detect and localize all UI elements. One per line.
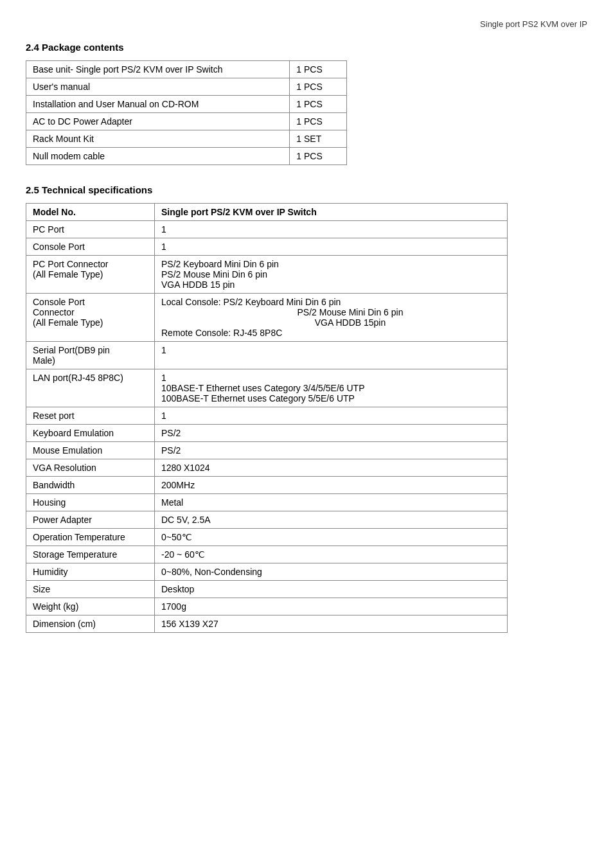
specs-value: PS/2 [155, 425, 508, 442]
package-item-qty: 1 PCS [290, 113, 347, 130]
specs-value: Desktop [155, 581, 508, 598]
package-item-qty: 1 PCS [290, 148, 347, 165]
package-section-title: 2.4 Package contents [26, 42, 587, 53]
package-item-name: User's manual [26, 78, 290, 96]
specs-value: Metal [155, 494, 508, 511]
specs-label: Serial Port(DB9 pin Male) [26, 342, 155, 369]
specs-data-row: SizeDesktop [26, 581, 508, 598]
specs-data-row: Bandwidth200MHz [26, 477, 508, 494]
specs-data-row: Humidity0~80%, Non-Condensing [26, 563, 508, 581]
specs-data-row: PC Port1 [26, 221, 508, 238]
specs-label: Console Port Connector (All Female Type) [26, 294, 155, 342]
specs-value: 200MHz [155, 477, 508, 494]
specs-label: Keyboard Emulation [26, 425, 155, 442]
specs-value: 156 X139 X27 [155, 616, 508, 633]
specs-label: LAN port(RJ-45 8P8C) [26, 369, 155, 407]
specs-data-row: Power AdapterDC 5V, 2.5A [26, 511, 508, 529]
specs-data-row: Weight (kg)1700g [26, 598, 508, 616]
specs-value: 1700g [155, 598, 508, 616]
package-item-qty: 1 SET [290, 130, 347, 148]
specs-header-cell: Single port PS/2 KVM over IP Switch [155, 204, 508, 221]
specs-value: 110BASE-T Ethernet uses Category 3/4/5/5… [155, 369, 508, 407]
package-item-qty: 1 PCS [290, 78, 347, 96]
specs-header-row: Model No.Single port PS/2 KVM over IP Sw… [26, 204, 508, 221]
specs-label: PC Port Connector (All Female Type) [26, 256, 155, 294]
specs-label: Size [26, 581, 155, 598]
specs-data-row: HousingMetal [26, 494, 508, 511]
specs-label: Weight (kg) [26, 598, 155, 616]
specs-label: Storage Temperature [26, 546, 155, 563]
specs-section: 2.5 Technical specifications Model No.Si… [26, 184, 587, 633]
specs-data-row: PC Port Connector (All Female Type)PS/2 … [26, 256, 508, 294]
package-table-row: Installation and User Manual on CD-ROM1 … [26, 96, 347, 113]
specs-data-row: Dimension (cm)156 X139 X27 [26, 616, 508, 633]
specs-value: 1 [155, 342, 508, 369]
specs-data-row: Serial Port(DB9 pin Male)1 [26, 342, 508, 369]
package-item-name: AC to DC Power Adapter [26, 113, 290, 130]
specs-label: Housing [26, 494, 155, 511]
specs-value: -20 ~ 60℃ [155, 546, 508, 563]
specs-value: DC 5V, 2.5A [155, 511, 508, 529]
specs-data-row: Operation Temperature0~50℃ [26, 529, 508, 546]
specs-label: Bandwidth [26, 477, 155, 494]
package-table-row: User's manual1 PCS [26, 78, 347, 96]
specs-label: Console Port [26, 238, 155, 256]
specs-label: Dimension (cm) [26, 616, 155, 633]
package-item-name: Installation and User Manual on CD-ROM [26, 96, 290, 113]
specs-data-row: Storage Temperature-20 ~ 60℃ [26, 546, 508, 563]
specs-value: 1 [155, 238, 508, 256]
specs-data-row: Reset port1 [26, 407, 508, 425]
specs-label: VGA Resolution [26, 459, 155, 477]
specs-table: Model No.Single port PS/2 KVM over IP Sw… [26, 203, 508, 633]
package-item-name: Rack Mount Kit [26, 130, 290, 148]
specs-value: PS/2 [155, 442, 508, 459]
specs-value: 0~80%, Non-Condensing [155, 563, 508, 581]
page-header: Single port PS2 KVM over IP [26, 19, 587, 29]
specs-section-title: 2.5 Technical specifications [26, 184, 587, 195]
specs-data-row: Keyboard EmulationPS/2 [26, 425, 508, 442]
package-table-row: Null modem cable1 PCS [26, 148, 347, 165]
specs-value: PS/2 Keyboard Mini Din 6 pinPS/2 Mouse M… [155, 256, 508, 294]
specs-label: Mouse Emulation [26, 442, 155, 459]
package-item-qty: 1 PCS [290, 61, 347, 78]
specs-data-row: Mouse EmulationPS/2 [26, 442, 508, 459]
specs-label: Reset port [26, 407, 155, 425]
package-table: Base unit- Single port PS/2 KVM over IP … [26, 60, 347, 165]
specs-data-row: Console Port1 [26, 238, 508, 256]
specs-value: Local Console: PS/2 Keyboard Mini Din 6 … [155, 294, 508, 342]
specs-value: 1280 X1024 [155, 459, 508, 477]
specs-header-cell: Model No. [26, 204, 155, 221]
package-section: 2.4 Package contents Base unit- Single p… [26, 42, 587, 165]
specs-label: Operation Temperature [26, 529, 155, 546]
package-table-row: Rack Mount Kit1 SET [26, 130, 347, 148]
package-table-row: Base unit- Single port PS/2 KVM over IP … [26, 61, 347, 78]
package-table-row: AC to DC Power Adapter1 PCS [26, 113, 347, 130]
specs-data-row: LAN port(RJ-45 8P8C)110BASE-T Ethernet u… [26, 369, 508, 407]
package-item-qty: 1 PCS [290, 96, 347, 113]
specs-value: 1 [155, 221, 508, 238]
specs-label: PC Port [26, 221, 155, 238]
specs-data-row: Console Port Connector (All Female Type)… [26, 294, 508, 342]
package-item-name: Base unit- Single port PS/2 KVM over IP … [26, 61, 290, 78]
specs-label: Power Adapter [26, 511, 155, 529]
specs-label: Humidity [26, 563, 155, 581]
specs-data-row: VGA Resolution1280 X1024 [26, 459, 508, 477]
specs-value: 0~50℃ [155, 529, 508, 546]
package-item-name: Null modem cable [26, 148, 290, 165]
specs-value: 1 [155, 407, 508, 425]
